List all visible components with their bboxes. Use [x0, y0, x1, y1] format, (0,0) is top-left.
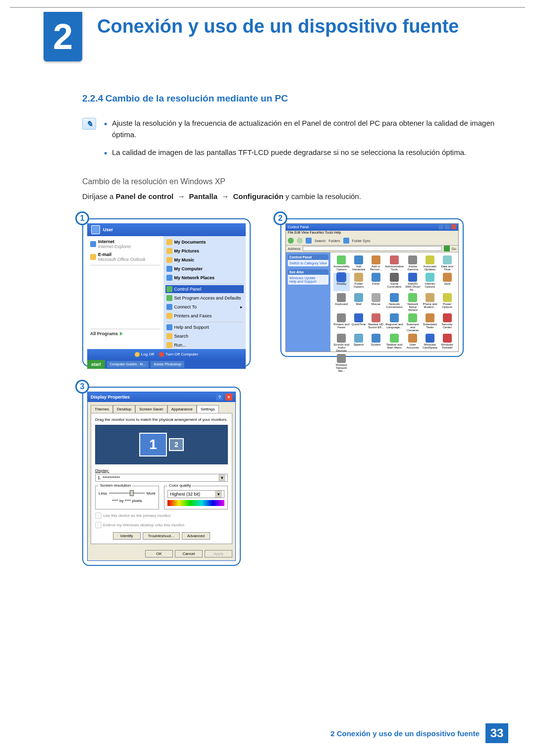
close-button[interactable]: × [225, 394, 232, 401]
control-panel-item[interactable]: Administrative Tools [385, 255, 404, 271]
control-panel-item[interactable]: Fonts [368, 273, 384, 291]
tab-themes[interactable]: Themes [91, 405, 113, 413]
control-panel-item[interactable]: Security Center [439, 313, 455, 332]
display-dropdown[interactable]: 1. ********** ▾ [95, 474, 228, 482]
start-item-printers[interactable]: Printers and Faxes [166, 313, 243, 319]
color-quality-dropdown[interactable]: Highest (32 bit) ▾ [167, 490, 224, 498]
start-item-control-panel[interactable]: Control Panel [165, 285, 244, 293]
control-panel-item[interactable]: Network Setup Wizard [405, 293, 421, 311]
control-panel-item[interactable]: Speech [351, 334, 367, 352]
primary-monitor-checkbox[interactable]: Use this device as the primary monitor. [95, 512, 228, 519]
monitor-preview[interactable]: 1 2 [95, 425, 228, 464]
control-panel-item[interactable]: Power Options [439, 293, 455, 311]
tab-desktop[interactable]: Desktop [113, 405, 135, 413]
apply-button[interactable]: Apply [205, 550, 232, 557]
control-panel-item[interactable]: Automatic Updates [422, 255, 438, 271]
advanced-button[interactable]: Advanced [182, 532, 211, 540]
resolution-slider[interactable]: Less More [99, 491, 156, 496]
control-panel-item[interactable]: Regional and Language... [385, 313, 404, 332]
help-support-link[interactable]: Help and Support [289, 280, 327, 283]
start-item-run[interactable]: Run... [166, 342, 243, 348]
control-panel-item[interactable]: Adobe Gamma [405, 255, 421, 271]
control-panel-item[interactable]: Windows Firewall [439, 334, 455, 352]
start-item-mypics[interactable]: My Pictures [166, 248, 243, 254]
cancel-button[interactable]: Cancel [175, 550, 203, 557]
start-item-search[interactable]: Search [166, 333, 243, 339]
control-panel-item[interactable]: Taskbar and Start Menu [385, 334, 404, 352]
tab-settings[interactable]: Settings [197, 405, 219, 413]
control-panel-item[interactable]: Java [439, 273, 455, 291]
forward-icon[interactable] [297, 238, 303, 244]
taskbar-item[interactable]: Computer Guides - M... [107, 361, 149, 368]
control-panel-item[interactable]: System [368, 334, 384, 352]
identify-button[interactable]: Identify [113, 532, 141, 540]
folders-button[interactable]: Folders [328, 239, 340, 243]
control-panel-item[interactable]: Phone and Modem... [422, 293, 438, 311]
control-panel-item[interactable]: Network Connections [385, 293, 404, 311]
start-item-mydocs[interactable]: My Documents [166, 239, 243, 245]
control-panel-item[interactable]: Scheduled Tasks [422, 313, 438, 332]
switch-view-link[interactable]: Switch to Category View [289, 261, 327, 265]
start-item-internet[interactable]: Internet Internet Explorer [90, 239, 160, 249]
start-item-mycomp[interactable]: My Computer [166, 266, 243, 272]
up-icon[interactable] [306, 238, 312, 244]
extend-desktop-checkbox[interactable]: Extend my Windows desktop onto this moni… [95, 522, 228, 528]
chevron-right-icon [120, 332, 123, 336]
menu-bar[interactable]: File Edit View Favorites Tools Help [286, 231, 458, 237]
start-item-mynet[interactable]: My Network Places [166, 275, 243, 281]
views-icon[interactable] [343, 238, 349, 244]
minimize-button[interactable] [438, 224, 443, 229]
control-panel-item[interactable]: Mail [351, 293, 367, 311]
start-item-set-programs[interactable]: Set Program Access and Defaults [166, 295, 243, 301]
control-panel-grid: Accessibility OptionsAdd HardwareAdd or … [330, 252, 458, 352]
control-panel-item[interactable]: Wireless Network Set... [333, 354, 350, 372]
start-button[interactable]: start [87, 360, 105, 369]
arrow-icon: → [219, 192, 231, 201]
control-panel-item[interactable]: Windows CardSpace [422, 334, 438, 352]
control-panel-item[interactable]: Add Hardware [351, 255, 367, 271]
control-panel-item[interactable]: QuickTime [351, 313, 367, 332]
tab-appearance[interactable]: Appearance [167, 405, 197, 413]
control-panel-item[interactable]: Realtek HD Sound Eff... [368, 313, 384, 332]
control-panel-item[interactable]: Add or Remov... [368, 255, 384, 271]
tab-screensaver[interactable]: Screen Saver [135, 405, 167, 413]
label: Control Panel [174, 287, 202, 292]
taskbar-item[interactable]: Adobe Photoshop [151, 361, 184, 368]
control-panel-item[interactable]: Sounds and Audio Devices [333, 334, 350, 352]
control-panel-item[interactable]: Folder Options [351, 273, 367, 291]
troubleshoot-button[interactable]: Troubleshoot... [143, 532, 180, 540]
address-field[interactable] [303, 246, 442, 251]
search-button[interactable]: Search [315, 239, 325, 243]
control-panel-item[interactable]: User Accounts [405, 334, 421, 352]
monitor-2[interactable]: 2 [169, 438, 184, 451]
ok-button[interactable]: OK [145, 550, 173, 557]
close-button[interactable] [451, 224, 456, 229]
control-panel-item[interactable]: Mouse [368, 293, 384, 311]
maximize-button[interactable] [445, 224, 450, 229]
control-panel-item[interactable]: Keyboard [333, 293, 350, 311]
control-panel-item[interactable]: Scanners and Cameras [405, 313, 421, 332]
app-icon [390, 255, 399, 264]
start-item-connect[interactable]: Connect To▸ [166, 304, 243, 310]
control-panel-item[interactable]: Internet Options [422, 273, 438, 291]
start-all-programs[interactable]: All Programs [90, 331, 160, 336]
control-panel-item[interactable]: Game Controllers [385, 273, 404, 291]
folder-sync-button[interactable]: Folder Sync [352, 239, 371, 243]
control-panel-item[interactable]: Accessibility Options [333, 255, 350, 271]
monitor-1[interactable]: 1 [139, 433, 167, 456]
help-button[interactable]: ? [216, 394, 223, 401]
control-panel-item-display[interactable]: Display [333, 273, 350, 291]
control-panel-item[interactable]: Intel(R) GMA Driver for... [405, 273, 421, 291]
control-panel-item[interactable]: Date and Time [439, 255, 455, 271]
start-item-help[interactable]: Help and Support [166, 324, 243, 330]
slider-thumb[interactable] [130, 490, 134, 496]
windows-update-link[interactable]: Windows Update [289, 276, 327, 280]
turnoff-button[interactable]: Turn Off Computer [159, 352, 198, 357]
back-icon[interactable] [288, 238, 294, 244]
control-panel-item[interactable]: Printers and Faxes [333, 313, 350, 332]
search-icon [166, 333, 172, 339]
start-item-email[interactable]: E-mail Microsoft Office Outlook [90, 252, 160, 262]
logoff-button[interactable]: Log Off [135, 352, 154, 357]
go-button[interactable] [444, 246, 450, 252]
start-item-mymusic[interactable]: My Music [166, 257, 243, 263]
